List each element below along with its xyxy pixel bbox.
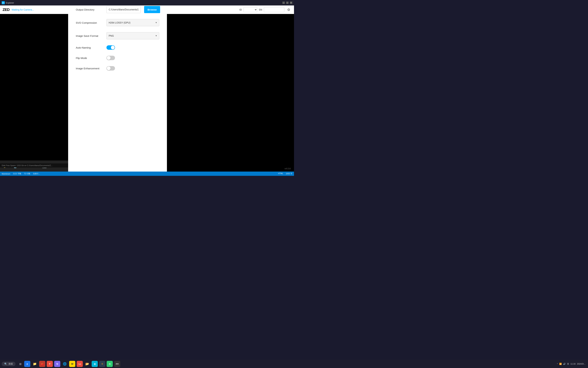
statusbar-filetype: HTML bbox=[278, 172, 283, 175]
auto-naming-toggle[interactable] bbox=[107, 45, 115, 50]
statusbar-language: Markdown bbox=[2, 173, 10, 175]
svo-compression-row: SVO Compression H264 LOSSY (GPU) H265 LO… bbox=[76, 19, 159, 26]
auto-naming-row: Auto-Naming bbox=[76, 45, 159, 50]
settings-gear-button[interactable]: ⚙ bbox=[286, 7, 291, 12]
browse-button[interactable]: Browse bbox=[144, 6, 160, 13]
zed-header: ZED Waiting for Camera... bbox=[0, 5, 68, 14]
output-directory-label: Output Directory bbox=[76, 8, 103, 11]
camera-status: Waiting for Camera... bbox=[12, 8, 34, 11]
output-directory-input[interactable] bbox=[107, 6, 141, 13]
id-label: ID bbox=[239, 8, 242, 11]
image-save-format-row: Image Save Format PNG JPEG BMP TIFF ▼ bbox=[76, 32, 159, 39]
sn-input[interactable] bbox=[264, 7, 284, 12]
statusbar-charcount: 1835 字 bbox=[286, 172, 292, 175]
svo-compression-wrapper: H264 LOSSY (GPU) H265 LOSSY (GPU) Lossle… bbox=[107, 19, 159, 26]
app-logo: ZED bbox=[2, 1, 5, 4]
app-title: Explorer bbox=[6, 1, 14, 4]
output-directory-row: Output Directory Browse bbox=[76, 6, 159, 13]
disk-info-text: Disk Free Space: 1315 Gb on C:/Users/dia… bbox=[2, 165, 53, 166]
close-button[interactable]: ✕ bbox=[290, 1, 292, 4]
flip-mode-knob bbox=[107, 56, 110, 60]
svo-compression-select[interactable]: H264 LOSSY (GPU) H265 LOSSY (GPU) Lossle… bbox=[107, 19, 159, 26]
flip-mode-label: Flip Mode bbox=[76, 56, 103, 59]
zed-logo: ZED bbox=[3, 8, 9, 12]
image-save-format-wrapper: PNG JPEG BMP TIFF ▼ bbox=[107, 32, 159, 39]
title-bar: ZED Explorer — □ ✕ bbox=[0, 0, 294, 5]
maximize-button[interactable]: □ bbox=[286, 1, 289, 4]
version-text: v4.0.8 bbox=[285, 167, 290, 170]
right-panel: ID SN ⚙ v4.0.8 bbox=[167, 5, 294, 172]
editor-statusbar: Markdown 2121 字数 72 行数 当前行... HTML 1835 … bbox=[0, 172, 294, 176]
camera-view bbox=[0, 14, 68, 172]
auto-naming-knob bbox=[111, 46, 115, 49]
statusbar-linecount: 72 行数 bbox=[24, 172, 30, 175]
settings-panel: Output Directory Browse SVO Compression … bbox=[68, 0, 167, 172]
flip-mode-toggle[interactable] bbox=[107, 56, 115, 60]
image-enhancement-knob bbox=[107, 66, 110, 70]
right-camera-view bbox=[167, 14, 294, 172]
auto-naming-label: Auto-Naming bbox=[76, 46, 103, 49]
minimize-button[interactable]: — bbox=[282, 1, 285, 4]
image-save-format-select[interactable]: PNG JPEG BMP TIFF bbox=[107, 32, 159, 39]
image-enhancement-toggle[interactable] bbox=[107, 66, 115, 71]
image-save-format-label: Image Save Format bbox=[76, 34, 103, 37]
statusbar-right: HTML 1835 字 bbox=[278, 172, 292, 175]
image-enhancement-label: Image Enhancement bbox=[76, 67, 103, 70]
svo-compression-label: SVO Compression bbox=[76, 21, 103, 24]
statusbar-wordcount: 2121 字数 bbox=[13, 172, 21, 175]
right-header: ID SN ⚙ bbox=[167, 5, 294, 14]
statusbar-currentline: 当前行... bbox=[33, 172, 40, 175]
flip-mode-row: Flip Mode bbox=[76, 56, 159, 60]
id-select[interactable] bbox=[244, 7, 257, 12]
window-controls: — □ ✕ bbox=[282, 1, 292, 4]
image-enhancement-row: Image Enhancement bbox=[76, 66, 159, 71]
left-panel: ZED Waiting for Camera... bbox=[0, 5, 68, 172]
sn-label: SN bbox=[259, 8, 262, 11]
